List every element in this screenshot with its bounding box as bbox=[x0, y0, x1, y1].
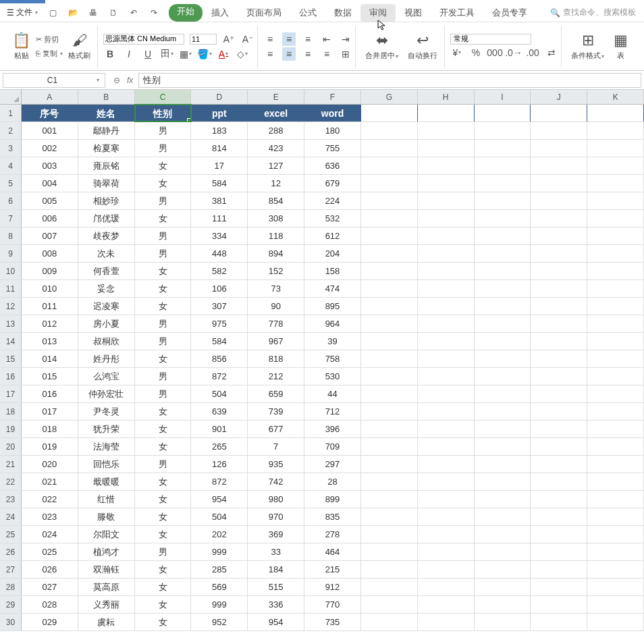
cut-button[interactable]: ✂剪切 bbox=[36, 34, 63, 45]
cell[interactable] bbox=[418, 315, 475, 332]
cell[interactable] bbox=[418, 263, 475, 279]
decrease-font-icon[interactable]: A⁻ bbox=[241, 32, 254, 46]
row-header[interactable]: 20 bbox=[0, 438, 22, 455]
cell[interactable] bbox=[587, 122, 644, 139]
cell[interactable] bbox=[475, 192, 531, 209]
number-format-select[interactable] bbox=[450, 34, 531, 45]
border-button[interactable]: 田▾ bbox=[160, 47, 173, 61]
cell[interactable] bbox=[361, 579, 418, 595]
col-header-F[interactable]: F bbox=[304, 90, 361, 104]
cell[interactable]: 464 bbox=[304, 543, 361, 560]
col-header-K[interactable]: K bbox=[587, 90, 644, 104]
cell[interactable]: 307 bbox=[191, 298, 248, 315]
cell[interactable] bbox=[587, 175, 644, 192]
cell[interactable]: 001 bbox=[22, 122, 78, 139]
bold-button[interactable]: B bbox=[103, 47, 117, 61]
cell[interactable]: 男 bbox=[135, 192, 192, 209]
cell[interactable] bbox=[418, 368, 475, 385]
cell[interactable] bbox=[531, 508, 587, 525]
cell[interactable] bbox=[587, 403, 644, 420]
cell[interactable]: 024 bbox=[22, 526, 78, 543]
cell[interactable] bbox=[361, 210, 418, 227]
cell[interactable] bbox=[475, 614, 531, 630]
header-cell[interactable] bbox=[587, 105, 644, 122]
clear-format-button[interactable]: ◇▾ bbox=[236, 47, 249, 61]
cell[interactable] bbox=[475, 596, 531, 613]
cell[interactable] bbox=[587, 579, 644, 595]
cell[interactable]: 127 bbox=[248, 157, 304, 174]
cell[interactable]: 584 bbox=[191, 333, 248, 350]
cell[interactable] bbox=[418, 122, 475, 139]
cell[interactable]: 152 bbox=[248, 263, 304, 279]
cell[interactable]: 999 bbox=[191, 596, 248, 613]
cell[interactable] bbox=[475, 175, 531, 192]
cell[interactable]: 026 bbox=[22, 561, 78, 578]
cell[interactable]: 999 bbox=[191, 543, 248, 560]
cell[interactable] bbox=[418, 175, 475, 192]
cell[interactable] bbox=[587, 315, 644, 332]
header-cell[interactable]: 性别 bbox=[135, 105, 192, 122]
cell[interactable] bbox=[418, 561, 475, 578]
cell[interactable]: 滕敬 bbox=[78, 508, 135, 525]
cell[interactable] bbox=[418, 280, 475, 297]
cell[interactable] bbox=[361, 280, 418, 297]
cell[interactable]: 女 bbox=[135, 579, 192, 595]
row-header[interactable]: 11 bbox=[0, 280, 22, 297]
cell[interactable] bbox=[531, 368, 587, 385]
cell[interactable]: 男 bbox=[135, 385, 192, 402]
header-cell[interactable] bbox=[531, 105, 587, 122]
row-header[interactable]: 2 bbox=[0, 122, 22, 139]
cell[interactable]: 17 bbox=[191, 157, 248, 174]
row-header[interactable]: 15 bbox=[0, 350, 22, 367]
cell[interactable]: 检夏寒 bbox=[78, 140, 135, 157]
cell[interactable] bbox=[475, 350, 531, 367]
cell[interactable]: 008 bbox=[22, 245, 78, 262]
cell[interactable]: 44 bbox=[304, 385, 361, 402]
cell[interactable] bbox=[361, 614, 418, 630]
cell[interactable] bbox=[361, 543, 418, 560]
row-header[interactable]: 4 bbox=[0, 157, 22, 174]
cell[interactable] bbox=[587, 526, 644, 543]
cell[interactable]: 女 bbox=[135, 508, 192, 525]
row-header[interactable]: 13 bbox=[0, 315, 22, 332]
cell[interactable]: 369 bbox=[248, 526, 304, 543]
align-center-icon[interactable]: ≡ bbox=[282, 47, 296, 61]
cell[interactable]: 265 bbox=[191, 438, 248, 455]
cell[interactable]: 次未 bbox=[78, 245, 135, 262]
undo-icon[interactable]: ↶ bbox=[128, 7, 139, 18]
file-menu[interactable]: ☰ 文件 ▾ bbox=[4, 7, 41, 18]
cell[interactable]: 975 bbox=[191, 315, 248, 332]
cell[interactable] bbox=[531, 245, 587, 262]
tab-1[interactable]: 插入 bbox=[203, 4, 238, 22]
cell[interactable]: 954 bbox=[191, 491, 248, 508]
cell[interactable]: 118 bbox=[248, 227, 304, 244]
cell[interactable] bbox=[587, 350, 644, 367]
fill-color-button[interactable]: 🪣▾ bbox=[198, 47, 211, 61]
cell[interactable]: 妥念 bbox=[78, 280, 135, 297]
cell[interactable]: 202 bbox=[191, 526, 248, 543]
cell[interactable]: 612 bbox=[304, 227, 361, 244]
cell[interactable] bbox=[587, 561, 644, 578]
cell[interactable]: 莫高原 bbox=[78, 579, 135, 595]
cell[interactable] bbox=[361, 508, 418, 525]
cell[interactable]: 912 bbox=[304, 579, 361, 595]
cell[interactable]: 何香萱 bbox=[78, 263, 135, 279]
cell[interactable] bbox=[587, 298, 644, 315]
cell[interactable] bbox=[418, 350, 475, 367]
cell[interactable]: 红惜 bbox=[78, 491, 135, 508]
cell[interactable] bbox=[587, 368, 644, 385]
header-cell[interactable] bbox=[475, 105, 531, 122]
row-header[interactable]: 22 bbox=[0, 473, 22, 490]
cell[interactable] bbox=[361, 227, 418, 244]
row-header[interactable]: 19 bbox=[0, 421, 22, 437]
conditional-format-button[interactable]: ⊞ 条件格式▾ bbox=[567, 26, 608, 68]
cell[interactable] bbox=[418, 403, 475, 420]
cell[interactable]: 姓丹彤 bbox=[78, 350, 135, 367]
cell[interactable] bbox=[587, 227, 644, 244]
cell[interactable]: 骑翠荷 bbox=[78, 175, 135, 192]
cell[interactable]: 278 bbox=[304, 526, 361, 543]
formula-input[interactable]: 性别 bbox=[138, 73, 641, 88]
cell[interactable] bbox=[418, 227, 475, 244]
cell[interactable]: 014 bbox=[22, 350, 78, 367]
cell[interactable]: 女 bbox=[135, 491, 192, 508]
